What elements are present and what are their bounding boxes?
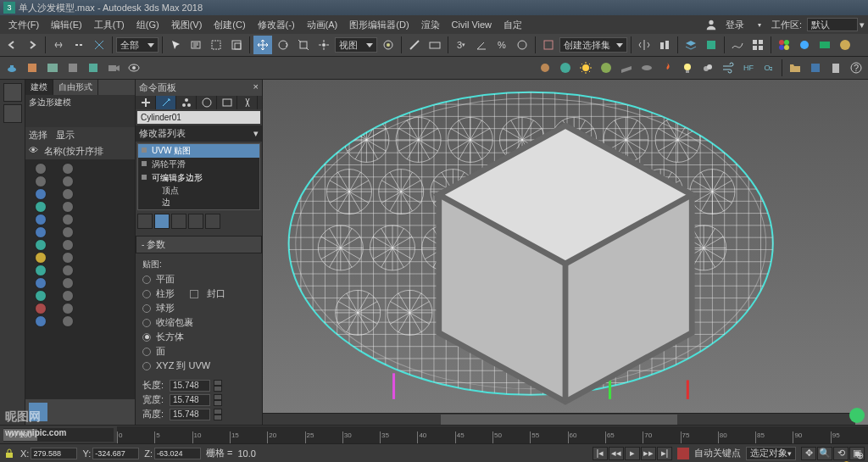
rotate-icon[interactable] bbox=[274, 36, 292, 54]
wind-icon[interactable] bbox=[719, 58, 737, 77]
mirror-icon[interactable] bbox=[635, 36, 654, 54]
nav-orbit-icon[interactable]: ⟲ bbox=[833, 447, 849, 460]
menu-edit[interactable]: 编辑(E) bbox=[46, 17, 87, 33]
material-editor-icon[interactable] bbox=[775, 36, 793, 54]
maptype-xyz[interactable]: XYZ 到 UVW bbox=[142, 359, 255, 373]
vis-icon[interactable] bbox=[62, 163, 74, 175]
menu-render[interactable]: 渲染 bbox=[416, 17, 445, 33]
editable-poly-item[interactable]: 可编辑多边形 bbox=[138, 171, 259, 185]
modify-tab-icon[interactable] bbox=[156, 96, 176, 109]
maptype-spherical[interactable]: 球形 bbox=[142, 301, 255, 315]
coord-z[interactable] bbox=[154, 448, 201, 459]
select-name-icon[interactable] bbox=[186, 36, 205, 54]
modifier-list-label[interactable]: 修改器列表 bbox=[139, 127, 186, 140]
configure-sets-icon[interactable] bbox=[205, 214, 220, 229]
layer-color-icon[interactable] bbox=[35, 315, 47, 327]
smoke-icon[interactable] bbox=[698, 58, 717, 77]
menu-view[interactable]: 视图(V) bbox=[166, 17, 208, 33]
menu-civil[interactable]: Civil View bbox=[447, 18, 497, 31]
named-selection[interactable]: 创建选择集 bbox=[559, 37, 627, 53]
subobj-border[interactable]: 边界 bbox=[138, 209, 259, 210]
layer-color-icon[interactable] bbox=[35, 214, 47, 225]
vis-icon[interactable] bbox=[62, 175, 74, 187]
login-button[interactable]: 登录 ▾ bbox=[705, 17, 766, 33]
plane-icon[interactable] bbox=[617, 58, 636, 77]
keyboard-icon[interactable] bbox=[426, 36, 444, 54]
sphere-icon[interactable] bbox=[597, 58, 615, 77]
menu-grapheditors[interactable]: 图形编辑器(D) bbox=[344, 17, 414, 33]
save-icon[interactable] bbox=[806, 58, 825, 77]
help-icon[interactable]: ? bbox=[847, 58, 865, 77]
bind-icon[interactable] bbox=[90, 36, 108, 54]
bulb-icon[interactable] bbox=[678, 58, 697, 77]
menu-tools[interactable]: 工具(T) bbox=[89, 17, 130, 33]
nav-pan-icon[interactable]: ✥ bbox=[801, 447, 816, 460]
vis-icon[interactable] bbox=[62, 239, 74, 251]
menu-file[interactable]: 文件(F) bbox=[3, 17, 44, 33]
vis-icon[interactable] bbox=[62, 303, 74, 314]
maptype-box[interactable]: 长方体 bbox=[142, 330, 255, 344]
modifier-stack[interactable]: UVW 贴图 涡轮平滑 可编辑多边形 顶点 边 边界 多边形 元素 bbox=[137, 143, 260, 210]
pin-stack-icon[interactable] bbox=[137, 214, 153, 229]
ref-coord-dropdown[interactable]: 视图 bbox=[335, 37, 377, 53]
window-crossing-icon[interactable] bbox=[227, 36, 246, 54]
autokey-toggle[interactable] bbox=[677, 448, 689, 459]
sun-icon[interactable] bbox=[576, 58, 595, 77]
goto-end-icon[interactable]: ▸| bbox=[657, 447, 672, 460]
viewcube[interactable] bbox=[263, 80, 868, 425]
layer-color-icon[interactable] bbox=[35, 226, 47, 238]
box2-icon[interactable] bbox=[84, 58, 103, 77]
vis-icon[interactable] bbox=[35, 175, 47, 187]
selection-filter[interactable]: 全部 bbox=[116, 37, 159, 53]
viewport-scrollbar[interactable] bbox=[263, 413, 855, 425]
create-tab-icon[interactable] bbox=[136, 96, 156, 109]
layer-color-icon[interactable] bbox=[35, 277, 47, 289]
tab-modeling[interactable]: 建模 bbox=[25, 80, 53, 95]
menu-modifiers[interactable]: 修改器(-) bbox=[253, 17, 300, 33]
layer-color-icon[interactable] bbox=[35, 201, 47, 213]
o2-icon[interactable]: O₂ bbox=[760, 58, 778, 77]
vis-icon[interactable] bbox=[62, 315, 74, 327]
vis-icon[interactable] bbox=[62, 226, 74, 238]
layer-color-icon[interactable] bbox=[35, 264, 47, 276]
display-tab-icon[interactable] bbox=[217, 96, 237, 109]
hf-icon[interactable]: HF bbox=[739, 58, 758, 77]
vis-icon[interactable] bbox=[62, 188, 74, 200]
layers-icon[interactable] bbox=[682, 36, 700, 54]
percent-snap-icon[interactable]: % bbox=[492, 36, 511, 54]
close-icon[interactable]: × bbox=[253, 81, 259, 94]
togglelayers-icon[interactable] bbox=[702, 36, 721, 54]
vis-icon[interactable] bbox=[62, 277, 74, 289]
time-slider[interactable]: 0 / 100 bbox=[3, 428, 114, 442]
subobj-vertex[interactable]: 顶点 bbox=[138, 185, 259, 197]
spinner-snap-icon[interactable] bbox=[513, 36, 531, 54]
play-icon[interactable]: ▸ bbox=[625, 447, 640, 460]
next-frame-icon[interactable]: ▸▸ bbox=[641, 447, 656, 460]
image-icon[interactable] bbox=[43, 58, 62, 77]
lock-icon[interactable] bbox=[3, 448, 15, 459]
remove-modifier-icon[interactable] bbox=[188, 214, 203, 229]
teapot-icon[interactable] bbox=[3, 58, 21, 77]
length-spinner[interactable] bbox=[170, 380, 210, 392]
clipboard-icon[interactable] bbox=[826, 58, 845, 77]
fire-icon[interactable] bbox=[658, 58, 676, 77]
select-icon[interactable] bbox=[166, 36, 185, 54]
undo-icon[interactable] bbox=[3, 36, 21, 54]
select-label[interactable]: 选择 bbox=[29, 129, 47, 142]
redo-icon[interactable] bbox=[23, 36, 42, 54]
swatch[interactable] bbox=[29, 403, 47, 421]
display-label[interactable]: 显示 bbox=[56, 129, 75, 142]
name-column[interactable]: 名称(按升序排 bbox=[44, 145, 103, 158]
pivot-icon[interactable] bbox=[379, 36, 398, 54]
vis-icon[interactable] bbox=[62, 214, 74, 225]
subobj-edge[interactable]: 边 bbox=[138, 197, 259, 209]
vis-icon[interactable] bbox=[62, 290, 74, 302]
viewport[interactable] bbox=[263, 80, 868, 425]
placement-icon[interactable] bbox=[314, 36, 333, 54]
render-icon[interactable] bbox=[836, 36, 854, 54]
layer-color-icon[interactable] bbox=[35, 303, 47, 314]
schemview-icon[interactable] bbox=[748, 36, 767, 54]
nav-zoom-ext-icon[interactable]: ⊕ bbox=[856, 450, 865, 461]
cap-checkbox[interactable] bbox=[190, 290, 198, 298]
key-filters[interactable]: 选定对象 ▾ bbox=[746, 447, 796, 460]
